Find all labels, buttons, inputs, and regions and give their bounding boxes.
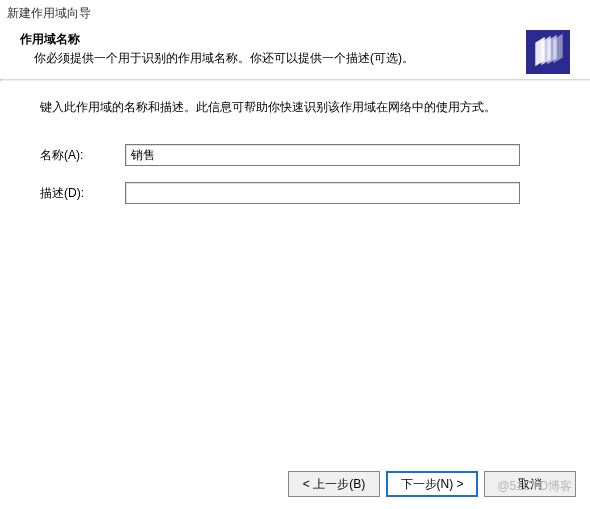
description-input[interactable] bbox=[125, 182, 520, 204]
description-label: 描述(D): bbox=[40, 185, 125, 202]
name-label: 名称(A): bbox=[40, 147, 125, 164]
back-button[interactable]: < 上一步(B) bbox=[288, 471, 380, 497]
scope-wizard-icon bbox=[526, 30, 570, 74]
window-title: 新建作用域向导 bbox=[0, 0, 590, 24]
instruction-text: 键入此作用域的名称和描述。此信息可帮助你快速识别该作用域在网络中的使用方式。 bbox=[40, 99, 560, 116]
cancel-button[interactable]: 取消 bbox=[484, 471, 576, 497]
wizard-body: 键入此作用域的名称和描述。此信息可帮助你快速识别该作用域在网络中的使用方式。 名… bbox=[0, 81, 590, 204]
name-input[interactable] bbox=[125, 144, 520, 166]
description-row: 描述(D): bbox=[40, 182, 560, 204]
header-title: 作用域名称 bbox=[20, 31, 572, 48]
wizard-footer: < 上一步(B) 下一步(N) > 取消 bbox=[288, 471, 576, 497]
next-button[interactable]: 下一步(N) > bbox=[386, 471, 478, 497]
name-row: 名称(A): bbox=[40, 144, 560, 166]
wizard-header: 作用域名称 你必须提供一个用于识别的作用域名称。你还可以提供一个描述(可选)。 bbox=[0, 24, 590, 79]
header-description: 你必须提供一个用于识别的作用域名称。你还可以提供一个描述(可选)。 bbox=[20, 50, 572, 67]
